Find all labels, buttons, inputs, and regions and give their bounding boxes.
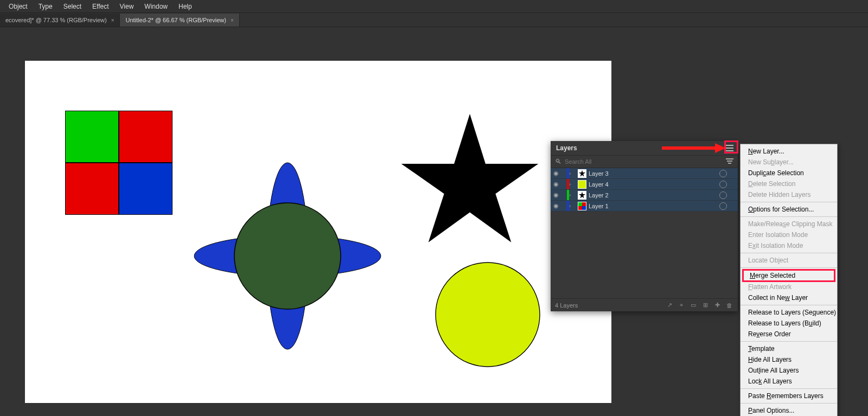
layer-name-label[interactable]: Layer 2 (589, 192, 719, 199)
layer-name-label[interactable]: Layer 3 (589, 170, 719, 177)
layers-list: ◉›Layer 3◉›Layer 4◉›Layer 2◉›Layer 1 (551, 168, 738, 212)
svg-marker-3 (401, 114, 539, 242)
chevron-right-icon[interactable]: › (569, 171, 576, 176)
svg-rect-6 (578, 181, 586, 188)
layer-row-0[interactable]: ◉›Layer 3 (551, 168, 738, 179)
layer-name-label[interactable]: Layer 1 (589, 203, 719, 209)
flyout-item-panel-options[interactable]: Panel Options... (741, 405, 837, 416)
app-menubar: ObjectTypeSelectEffectViewWindowHelp (0, 0, 868, 13)
layers-search-input[interactable] (565, 158, 723, 165)
layer-name-label[interactable]: Layer 4 (589, 181, 719, 188)
document-tab-0[interactable]: ecovered]* @ 77.33 % (RGB/Preview)× (0, 14, 120, 27)
star-shape[interactable] (394, 110, 546, 245)
target-icon[interactable] (719, 191, 727, 199)
layer-thumbnail (578, 191, 586, 200)
visibility-icon[interactable]: ◉ (551, 191, 561, 199)
flyout-item-duplicate-selection[interactable]: Duplicate Selection (741, 168, 837, 178)
workspace: Layers 🔍︎ ◉›Layer 3◉›Layer 4◉›Layer 2◉›L… (0, 27, 868, 416)
flyout-item-exit-isolation-mode: Exit Isolation Mode (741, 240, 837, 251)
flyout-item-outline-all-layers[interactable]: Outline All Layers (741, 365, 837, 376)
menu-separator (741, 267, 837, 268)
flyout-item-flatten-artwork: Flatten Artwork (741, 281, 837, 292)
layer-row-3[interactable]: ◉›Layer 1 (551, 201, 738, 212)
lime-circle-shape[interactable] (433, 260, 542, 369)
layers-panel-footer: 4 Layers ↗ ⌖ ▭ ⊞ ✚ 🗑 (551, 298, 738, 311)
layer-thumbnail (578, 202, 586, 210)
export-icon[interactable]: ↗ (665, 301, 674, 310)
cross-ellipse-shape[interactable] (174, 153, 401, 381)
selection-indicator (730, 204, 735, 208)
flyout-item-lock-all-layers[interactable]: Lock All Layers (741, 376, 837, 387)
svg-marker-7 (579, 191, 586, 198)
flyout-item-hide-all-layers[interactable]: Hide All Layers (741, 354, 837, 365)
filter-icon[interactable] (726, 158, 733, 165)
svg-rect-10 (578, 206, 582, 210)
quad-square-shape[interactable] (65, 111, 173, 215)
layer-row-2[interactable]: ◉›Layer 2 (551, 190, 738, 201)
layer-row-1[interactable]: ◉›Layer 4 (551, 179, 738, 190)
layers-panel-header: Layers (551, 141, 738, 155)
flyout-item-paste-remembers-layers[interactable]: Paste Remembers Layers (741, 391, 837, 401)
square-cell (65, 111, 119, 163)
flyout-item-template[interactable]: Template (741, 343, 837, 354)
flyout-item-collect-in-new-layer[interactable]: Collect in New Layer (741, 292, 837, 303)
menu-separator (741, 253, 837, 253)
visibility-icon[interactable]: ◉ (551, 170, 561, 177)
target-icon[interactable] (719, 170, 727, 177)
new-sublayer-icon[interactable]: ⊞ (701, 301, 710, 310)
svg-marker-5 (579, 170, 586, 176)
layer-thumbnail (578, 180, 586, 189)
layers-panel-flyout-menu: New Layer...New Sublayer...Duplicate Sel… (740, 144, 838, 416)
layers-panel: Layers 🔍︎ ◉›Layer 3◉›Layer 4◉›Layer 2◉›L… (551, 141, 738, 311)
menu-type[interactable]: Type (33, 1, 58, 12)
layers-search-row: 🔍︎ (551, 155, 738, 168)
close-icon[interactable]: × (231, 17, 234, 23)
clip-mask-icon[interactable]: ▭ (689, 301, 698, 310)
chevron-right-icon[interactable]: › (569, 182, 576, 187)
flyout-item-enter-isolation-mode: Enter Isolation Mode (741, 229, 837, 240)
flyout-item-delete-hidden-layers: Delete Hidden Layers (741, 189, 837, 200)
flyout-item-reverse-order[interactable]: Reverse Order (741, 329, 837, 340)
flyout-item-options-for-selection[interactable]: Options for Selection... (741, 204, 837, 215)
layers-panel-title: Layers (556, 144, 577, 152)
selection-indicator (730, 171, 735, 176)
flyout-item-merge-selected[interactable]: Merge Selected (742, 269, 835, 282)
target-icon[interactable] (719, 181, 727, 188)
visibility-icon[interactable]: ◉ (551, 202, 561, 209)
flyout-item-make-release-clipping-mask: Make/Release Clipping Mask (741, 219, 837, 229)
new-layer-icon[interactable]: ✚ (713, 301, 722, 310)
menu-select[interactable]: Select (58, 1, 87, 12)
square-cell (65, 163, 119, 215)
locate-icon[interactable]: ⌖ (677, 301, 686, 310)
svg-point-4 (436, 263, 540, 367)
menu-separator (741, 216, 837, 217)
menu-effect[interactable]: Effect (87, 1, 114, 12)
flyout-item-new-layer[interactable]: New Layer... (741, 146, 837, 157)
target-icon[interactable] (719, 202, 727, 210)
flyout-item-release-to-layers-sequence[interactable]: Release to Layers (Sequence) (741, 307, 837, 318)
menu-window[interactable]: Window (139, 1, 173, 12)
flyout-item-release-to-layers-build[interactable]: Release to Layers (Build) (741, 318, 837, 329)
tab-label: Untitled-2* @ 66.67 % (RGB/Preview) (125, 17, 226, 23)
close-icon[interactable]: × (111, 17, 114, 23)
visibility-icon[interactable]: ◉ (551, 181, 561, 188)
square-cell (119, 163, 173, 215)
trash-icon[interactable]: 🗑 (725, 301, 733, 310)
menu-separator (741, 305, 837, 305)
document-tabbar: ecovered]* @ 77.33 % (RGB/Preview)×Untit… (0, 13, 868, 27)
flyout-item-locate-object: Locate Object (741, 255, 837, 266)
chevron-right-icon[interactable]: › (569, 203, 576, 209)
menu-separator (741, 403, 837, 404)
svg-rect-9 (582, 202, 586, 206)
menu-separator (741, 341, 837, 342)
menu-object[interactable]: Object (3, 1, 33, 12)
panel-menu-icon[interactable] (724, 143, 736, 153)
artboard[interactable] (25, 61, 611, 403)
menu-help[interactable]: Help (173, 1, 197, 12)
chevron-right-icon[interactable]: › (569, 193, 576, 198)
layer-count-label: 4 Layers (555, 302, 578, 309)
selection-indicator (730, 182, 735, 187)
document-tab-1[interactable]: Untitled-2* @ 66.67 % (RGB/Preview)× (120, 14, 239, 27)
menu-view[interactable]: View (114, 1, 139, 12)
layer-thumbnail (578, 169, 586, 178)
